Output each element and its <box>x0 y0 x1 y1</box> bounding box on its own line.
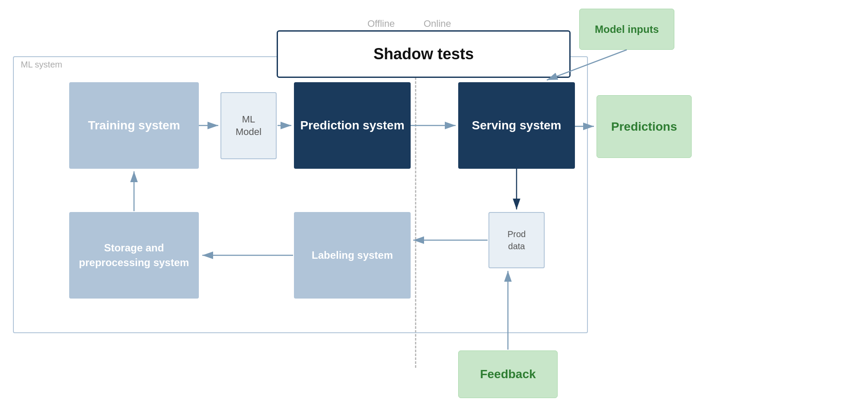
prediction-system-box: Prediction system <box>294 82 411 169</box>
feedback-label: Feedback <box>480 367 536 381</box>
offline-label: Offline <box>367 18 395 29</box>
ml-system-label: ML system <box>21 60 62 70</box>
diagram-container: Offline Online ML system Shadow tests Mo… <box>0 0 868 405</box>
storage-system-label: Storage and preprocessing system <box>69 241 199 270</box>
shadow-tests-label: Shadow tests <box>373 45 474 63</box>
predictions-box: Predictions <box>597 95 692 158</box>
model-inputs-box: Model inputs <box>579 9 674 50</box>
predictions-label: Predictions <box>611 120 677 134</box>
model-inputs-label: Model inputs <box>595 23 659 35</box>
serving-system-label: Serving system <box>472 119 562 132</box>
training-system-label: Training system <box>88 119 180 132</box>
storage-system-box: Storage and preprocessing system <box>69 212 199 299</box>
online-label: Online <box>424 18 451 29</box>
ml-model-label: MLModel <box>236 113 262 138</box>
prediction-system-label: Prediction system <box>300 119 404 132</box>
prod-data-box: Proddata <box>488 212 545 268</box>
feedback-box: Feedback <box>458 350 558 398</box>
prod-data-label: Proddata <box>507 228 526 252</box>
ml-model-box: MLModel <box>220 92 277 159</box>
labeling-system-label: Labeling system <box>312 249 393 261</box>
training-system-box: Training system <box>69 82 199 169</box>
shadow-tests-box: Shadow tests <box>277 30 571 78</box>
labeling-system-box: Labeling system <box>294 212 411 299</box>
serving-system-box: Serving system <box>458 82 575 169</box>
